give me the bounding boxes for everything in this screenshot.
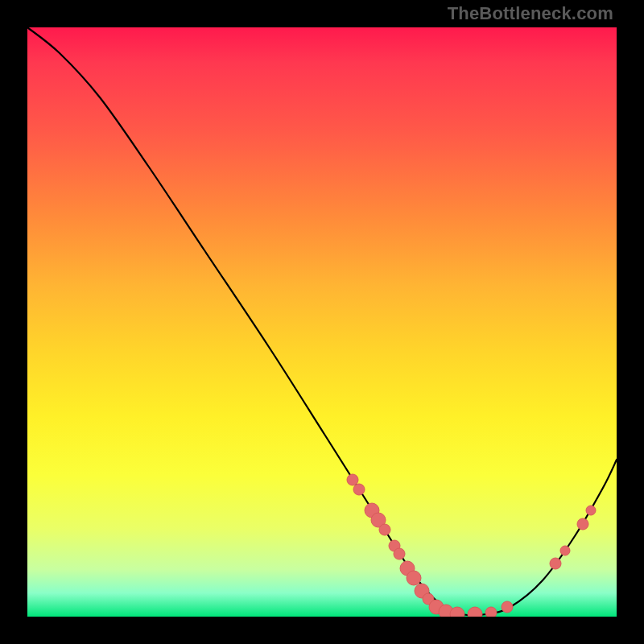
watermark-text: TheBottleneck.com	[448, 5, 613, 23]
curve-svg	[27, 27, 617, 617]
data-point	[577, 518, 588, 530]
marker-group	[347, 474, 596, 617]
data-point	[407, 571, 421, 585]
plot-area	[27, 27, 617, 617]
data-point	[550, 558, 561, 569]
data-point	[347, 474, 358, 485]
data-point	[353, 484, 365, 495]
chart-frame: TheBottleneck.com	[0, 0, 644, 644]
data-point	[560, 546, 570, 555]
data-point	[379, 524, 390, 535]
data-point	[468, 607, 482, 617]
data-point	[586, 506, 596, 515]
bottleneck-curve	[27, 27, 617, 616]
data-point	[394, 548, 405, 559]
data-point	[485, 607, 497, 617]
data-point	[502, 601, 513, 613]
